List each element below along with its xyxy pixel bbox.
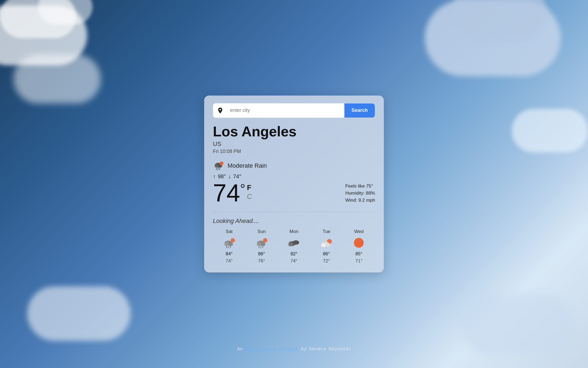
fc-day-label-wed: Wed [354,229,364,234]
forecast-day-sat: Sat 84° 74° [213,229,245,264]
search-row: Search [213,103,375,118]
condition-row: Moderate Rain [213,160,375,172]
fc-day-label-tue: Tue [323,229,330,234]
footer-text-before: An [237,346,246,352]
svg-line-19 [261,246,261,248]
country-name: US [213,140,375,148]
temp-high-arrow: ↑ [213,173,216,180]
temp-degree-symbol: ° [240,182,245,195]
fc-high-tue: 86° [323,251,330,257]
fc-icon-mon [287,236,301,250]
fc-high-mon: 82° [290,251,298,257]
svg-line-11 [226,246,227,248]
svg-point-17 [261,242,265,246]
temp-block: 74 ° F C [213,181,252,205]
svg-line-13 [230,246,231,248]
fc-icon-wed [352,236,366,250]
hi-lo: ↑ 98° ↓ 74° [213,173,375,180]
divider [213,212,375,212]
unit-c-button[interactable]: C [247,192,252,201]
forecast-row: Sat 84° 74° Sun [213,229,375,264]
svg-point-23 [288,243,293,246]
fc-day-label-sun: Sun [258,229,266,234]
looking-ahead-label: Looking Ahead.... [213,217,375,225]
footer: An open-source project by Kendra Reynold… [0,346,588,352]
footer-text-after: by Kendra Reynolds [298,346,351,352]
feels-like: Feels like 75° [345,183,375,189]
current-temp: 74 [213,181,240,205]
fc-day-label-sat: Sat [226,229,233,234]
fc-high-wed: 85° [356,251,363,257]
location-pin-icon [217,107,224,114]
fc-day-label-mon: Mon [289,229,298,234]
svg-point-27 [325,243,330,247]
wind: Wind: 9.2 mph [345,198,375,203]
fc-low-sat: 74° [226,258,233,264]
forecast-day-tue: Tue 86° 72° [310,229,343,264]
footer-link[interactable]: open-source project [245,346,298,352]
datetime: Fri 10:08 PM [213,149,375,154]
svg-line-6 [219,168,220,170]
svg-line-5 [218,168,218,170]
fc-high-sun: 86° [258,251,265,257]
fc-low-sun: 76° [258,258,265,264]
temp-unit-stack: F C [247,183,252,201]
condition-text: Moderate Rain [228,162,267,169]
forecast-day-wed: Wed 85° 71° [343,229,375,264]
details-block: Feels like 75° Humidity: 88% Wind: 9.2 m… [345,183,375,205]
fc-icon-sun [255,236,268,250]
fc-high-sat: 84° [226,251,233,257]
fc-icon-tue [320,236,333,250]
svg-line-20 [262,246,263,248]
temp-high: 98° [218,173,226,180]
weather-condition-icon [213,160,225,172]
svg-line-18 [259,246,259,248]
search-input[interactable] [227,103,344,118]
temp-low-arrow: ↓ [228,173,231,180]
unit-f-button[interactable]: F [247,183,252,192]
fc-icon-sat [222,236,236,250]
svg-point-3 [220,161,223,165]
svg-point-26 [321,243,326,247]
fc-low-mon: 74° [290,258,298,264]
weather-card: Search Los Angeles US Fri 10:08 PM Moder… [204,96,384,272]
forecast-day-sun: Sun 86° 76° [245,229,278,264]
svg-point-28 [354,238,364,248]
svg-line-12 [228,246,229,248]
main-section: 74 ° F C Feels like 75° Humidity: 88% Wi… [213,181,375,205]
humidity: Humidity: 88% [345,191,375,196]
temp-low: 74° [233,173,241,180]
svg-point-22 [293,240,299,245]
search-button[interactable]: Search [344,103,375,118]
svg-point-10 [228,242,233,246]
fc-low-tue: 72° [323,258,330,264]
location-icon-wrap [213,103,227,118]
svg-line-4 [216,168,217,170]
forecast-day-mon: Mon 82° 74° [278,229,310,264]
city-name: Los Angeles [213,124,375,139]
fc-low-wed: 71° [356,258,363,264]
